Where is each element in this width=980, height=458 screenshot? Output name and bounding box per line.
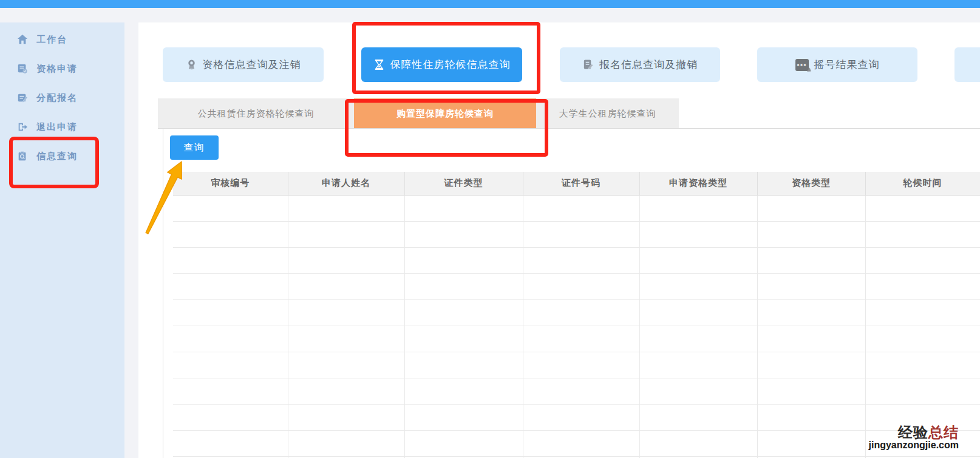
col-header-apply-qualification: 申请资格类型	[639, 172, 757, 195]
sidebar-nav: 工作台 资格申请 分配报名	[0, 25, 124, 171]
table-cell	[523, 273, 639, 299]
sidebar-item-exit-apply[interactable]: 退出申请	[0, 112, 124, 142]
signup-info-query-button[interactable]: 报名信息查询及撤销	[560, 47, 720, 82]
table-cell	[173, 326, 288, 352]
table-cell	[523, 221, 639, 247]
table-row	[173, 326, 980, 352]
lottery-result-query-button[interactable]: xxx 摇号结果查询	[757, 47, 917, 82]
tab-bottom-border	[158, 128, 980, 129]
table-cell	[865, 378, 980, 404]
sidebar-item-workbench[interactable]: 工作台	[0, 25, 124, 54]
table-cell	[757, 247, 865, 273]
table-cell	[404, 352, 523, 378]
sidebar-item-label: 退出申请	[36, 121, 78, 133]
table-row	[173, 352, 980, 378]
tab-label: 公共租赁住房资格轮候查询	[198, 108, 315, 120]
tab-label: 大学生公租房轮候查询	[559, 108, 656, 120]
table-cell	[865, 247, 980, 273]
table-cell	[523, 195, 639, 221]
table-cell	[757, 273, 865, 299]
table-cell	[173, 430, 288, 456]
table-cell	[757, 430, 865, 456]
table-row	[173, 404, 980, 430]
table-cell	[173, 299, 288, 326]
table-cell	[523, 352, 639, 378]
table-cell	[757, 404, 865, 430]
panel-left-border	[163, 128, 163, 458]
table-cell	[173, 273, 288, 299]
table-cell	[865, 326, 980, 352]
table-cell	[757, 195, 865, 221]
table-row	[173, 195, 980, 221]
table-row	[173, 299, 980, 326]
table-cell	[288, 404, 404, 430]
table-cell	[865, 299, 980, 326]
qualification-apply-icon	[17, 63, 28, 74]
table-cell	[865, 273, 980, 299]
info-query-icon	[17, 151, 28, 162]
col-header-applicant-name: 申请人姓名	[288, 172, 404, 195]
table-cell	[639, 221, 757, 247]
table-cell	[757, 352, 865, 378]
sidebar-item-allocation-signup[interactable]: 分配报名	[0, 83, 124, 112]
table-row	[173, 430, 980, 456]
sidebar-item-info-query[interactable]: 信息查询	[0, 142, 124, 171]
hourglass-icon	[373, 59, 385, 70]
tab-student-rental-waitlist[interactable]: 大学生公租房轮候查询	[536, 98, 679, 129]
table-cell	[757, 299, 865, 326]
toolbar-button-label: 摇号结果查询	[814, 58, 880, 72]
table-cell	[639, 299, 757, 326]
table-header-row: 审核编号 申请人姓名 证件类型 证件号码 申请资格类型 资格类型 轮候时间	[173, 172, 980, 195]
sidebar-item-label: 信息查询	[36, 151, 78, 162]
table-cell	[288, 378, 404, 404]
top-bar	[0, 0, 980, 8]
table-cell	[523, 378, 639, 404]
table-cell	[173, 221, 288, 247]
table-cell	[404, 195, 523, 221]
tab-public-rental-waitlist[interactable]: 公共租赁住房资格轮候查询	[158, 98, 354, 129]
home-icon	[17, 34, 28, 45]
table-cell	[173, 352, 288, 378]
table-cell	[639, 326, 757, 352]
col-header-audit-number: 审核编号	[173, 172, 288, 195]
table-cell	[865, 195, 980, 221]
table-cell	[404, 299, 523, 326]
table-row	[173, 247, 980, 273]
watermark: 经验总结 jingyanzongjie.com	[865, 425, 959, 450]
results-table: 审核编号 申请人姓名 证件类型 证件号码 申请资格类型 资格类型 轮候时间	[173, 172, 980, 458]
allocation-signup-icon	[17, 92, 28, 103]
table-cell	[288, 430, 404, 456]
table-cell	[757, 378, 865, 404]
table-cell	[288, 221, 404, 247]
table-cell	[404, 221, 523, 247]
table-row	[173, 221, 980, 247]
table-cell	[173, 247, 288, 273]
table-cell	[639, 273, 757, 299]
cutoff-toolbar-button[interactable]	[954, 47, 980, 82]
table-cell	[288, 247, 404, 273]
tab-purchase-housing-waitlist[interactable]: 购置型保障房轮候查询	[354, 98, 536, 129]
query-button[interactable]: 查询	[170, 135, 219, 160]
sidebar-item-label: 资格申请	[36, 63, 78, 75]
table-cell	[288, 326, 404, 352]
table-cell	[523, 299, 639, 326]
table-cell	[523, 430, 639, 456]
table-cell	[404, 326, 523, 352]
table-cell	[757, 326, 865, 352]
sidebar-item-label: 工作台	[36, 34, 67, 46]
table-cell	[173, 378, 288, 404]
table-cell	[865, 352, 980, 378]
medal-icon	[186, 59, 197, 70]
table-cell	[173, 404, 288, 430]
table-row	[173, 378, 980, 404]
table-cell	[639, 404, 757, 430]
housing-waitlist-info-query-button[interactable]: 保障性住房轮候信息查询	[361, 47, 522, 82]
table-cell	[404, 247, 523, 273]
watermark-title: 经验总结	[865, 425, 959, 440]
table-cell	[639, 352, 757, 378]
sidebar-item-qualification-apply[interactable]: 资格申请	[0, 54, 124, 83]
col-header-id-number: 证件号码	[523, 172, 639, 195]
table-cell	[639, 247, 757, 273]
qualification-info-query-button[interactable]: 资格信息查询及注销	[163, 47, 324, 82]
table-cell	[639, 195, 757, 221]
